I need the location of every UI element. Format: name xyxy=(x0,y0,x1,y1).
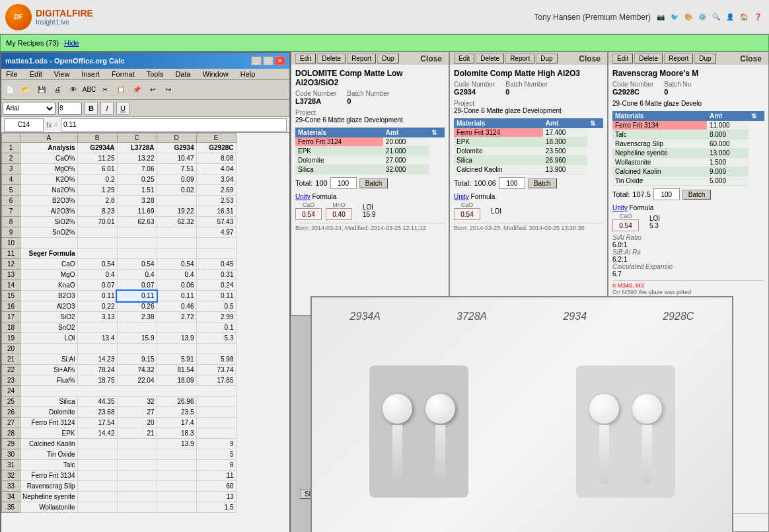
spreadsheet-menubar: File Edit View Insert Format Tools Data … xyxy=(1,69,289,80)
menu-data[interactable]: Data xyxy=(173,69,192,79)
col-header-b[interactable]: B xyxy=(77,133,117,143)
font-selector[interactable]: Arial xyxy=(3,102,55,115)
bold-button[interactable]: B xyxy=(85,102,98,115)
table-row: 30 Tin Oxide 5 xyxy=(2,449,237,460)
font-size-input[interactable] xyxy=(58,102,82,115)
report-button-1[interactable]: Report xyxy=(347,54,376,63)
cut-btn[interactable]: ✂ xyxy=(98,83,112,97)
color-icon[interactable]: 🎨 xyxy=(682,11,694,23)
save-btn[interactable]: 💾 xyxy=(34,83,49,97)
close-button-1[interactable]: Close xyxy=(418,54,445,63)
code-number-field-2: Code Number G2934 xyxy=(454,81,495,96)
panel2-batch-button[interactable]: Batch xyxy=(528,178,557,188)
amt-col-header: Amt xyxy=(383,128,429,137)
delete-button-1[interactable]: Delete xyxy=(317,54,346,63)
col-header-d[interactable]: D xyxy=(157,133,196,143)
edit-button-2[interactable]: Edit xyxy=(454,54,474,63)
close-button-2[interactable]: Close xyxy=(576,54,603,63)
spoon-2 xyxy=(425,394,455,484)
spreadsheet-grid[interactable]: A B C D E 1 Analysis G2934A L3728A G2934 xyxy=(1,133,289,532)
formula-bar: fx = xyxy=(1,117,289,133)
table-row: 5 Na2O% 1.29 1.51 0.02 2.69 xyxy=(2,185,237,196)
panel1-body: DOLOMITE Comp Matte Low Al2O3/SiO2 Code … xyxy=(291,65,449,315)
minimize-button[interactable]: _ xyxy=(251,56,262,65)
col-header-c[interactable]: C xyxy=(117,133,157,143)
list-item: Ferro Frit 313411.000 xyxy=(612,121,764,130)
print-btn[interactable]: 🖨 xyxy=(50,83,65,97)
help-icon[interactable]: ❓ xyxy=(752,11,764,23)
edit-button-1[interactable]: Edit xyxy=(295,54,316,63)
unity-cao-2[interactable] xyxy=(454,208,480,220)
panel1-batch-button[interactable]: Batch xyxy=(359,178,388,188)
logo-brand: DIGITALFIRE Insight:Live xyxy=(36,8,93,26)
maximize-button[interactable]: □ xyxy=(263,56,274,65)
panel1-total-input[interactable] xyxy=(330,177,357,189)
panel3-total-input[interactable] xyxy=(653,188,680,200)
search-icon[interactable]: 🔍 xyxy=(710,11,722,23)
spell-btn[interactable]: ABC xyxy=(82,83,96,97)
table-row: 11 Seger Formula xyxy=(2,248,237,259)
menu-view[interactable]: View xyxy=(52,69,72,79)
user-icon[interactable]: 👤 xyxy=(724,11,736,23)
hide-button[interactable]: Hide xyxy=(64,39,79,47)
menu-tools[interactable]: Tools xyxy=(145,69,166,79)
delete-button-2[interactable]: Delete xyxy=(476,54,504,63)
paste-btn[interactable]: 📌 xyxy=(129,83,144,97)
close-button-3[interactable]: Close xyxy=(737,54,764,63)
menu-insert[interactable]: Insert xyxy=(79,69,102,79)
italic-button[interactable]: I xyxy=(100,102,114,115)
camera-icon[interactable]: 📷 xyxy=(655,11,667,23)
col-header-e[interactable]: E xyxy=(196,133,236,143)
panel1-born: Born: 2014-03-24, Modified: 2014-03-25 1… xyxy=(295,223,445,231)
panel1-total: 100 xyxy=(315,179,327,187)
unity-mno-1[interactable] xyxy=(326,208,352,220)
settings-icon[interactable]: ⚙️ xyxy=(696,11,708,23)
topbar: DF DIGITALFIRE Insight:Live Tony Hansen … xyxy=(0,0,769,34)
dup-button-2[interactable]: Dup xyxy=(536,54,557,63)
report-button-2[interactable]: Report xyxy=(505,54,534,63)
table-row: 23 Flux% 18.75 22.04 18.09 17.85 xyxy=(2,375,237,386)
formula-input[interactable] xyxy=(61,118,287,132)
spreadsheet-table: A B C D E 1 Analysis G2934A L3728A G2934 xyxy=(1,133,237,513)
unity-cao-3[interactable] xyxy=(612,219,639,231)
panel2-total-row: Total: 100.06 Batch xyxy=(454,177,603,189)
menu-edit[interactable]: Edit xyxy=(28,69,44,79)
panel2-total-input[interactable] xyxy=(499,177,525,189)
col-header-a[interactable]: A xyxy=(20,133,78,143)
open-btn[interactable]: 📂 xyxy=(18,83,33,97)
edit-button-3[interactable]: Edit xyxy=(612,54,633,63)
sort-col-header-2[interactable]: ⇅ xyxy=(587,118,603,128)
col-header-row xyxy=(2,133,20,143)
undo-btn[interactable]: ↩ xyxy=(145,83,160,97)
table-row: 27 Ferro Frit 3124 17.54 20 17.4 xyxy=(2,418,237,428)
copy-btn[interactable]: 📋 xyxy=(114,83,128,97)
list-item: Ferro Frit 312417.400 xyxy=(454,128,603,137)
menu-window[interactable]: Window xyxy=(201,69,231,79)
dup-button-3[interactable]: Dup xyxy=(694,54,715,63)
panel1-loi: LOI 15.9 xyxy=(363,204,375,218)
unity-cao-1[interactable] xyxy=(295,208,322,220)
table-row: 8 SiO2% 70.01 62.63 62.32 57.43 xyxy=(2,217,237,227)
spoon-handle-2 xyxy=(435,425,445,484)
print-preview-btn[interactable]: 👁 xyxy=(66,83,81,97)
close-button[interactable]: ✕ xyxy=(275,56,285,65)
sort-col-header[interactable]: ⇅ xyxy=(429,128,445,137)
home-icon[interactable]: 🏠 xyxy=(738,11,750,23)
spreadsheet-title: mattes1.ods - OpenOffice.org Calc xyxy=(5,57,124,65)
menu-file[interactable]: File xyxy=(4,69,20,79)
table-row: 21 Si:Al 14.23 9.15 5.91 5.98 xyxy=(2,354,237,365)
new-btn[interactable]: 📄 xyxy=(3,83,17,97)
delete-button-3[interactable]: Delete xyxy=(634,54,663,63)
redo-btn[interactable]: ↪ xyxy=(161,83,176,97)
panel3-batch-button[interactable]: Batch xyxy=(682,190,712,200)
report-button-3[interactable]: Report xyxy=(664,54,693,63)
twitter-icon[interactable]: 🐦 xyxy=(669,11,680,23)
dup-button-1[interactable]: Dup xyxy=(377,54,398,63)
menu-help[interactable]: Help xyxy=(238,69,258,79)
table-row: 12 CaO 0.54 0.54 0.54 0.45 xyxy=(2,259,237,270)
sort-col-header-3[interactable]: ⇅ xyxy=(749,111,764,121)
cell-reference[interactable] xyxy=(4,118,44,132)
panel2-title: Dolomite Comp Matte High Al2O3 xyxy=(454,69,603,78)
underline-button[interactable]: U xyxy=(116,102,129,115)
menu-format[interactable]: Format xyxy=(110,69,137,79)
